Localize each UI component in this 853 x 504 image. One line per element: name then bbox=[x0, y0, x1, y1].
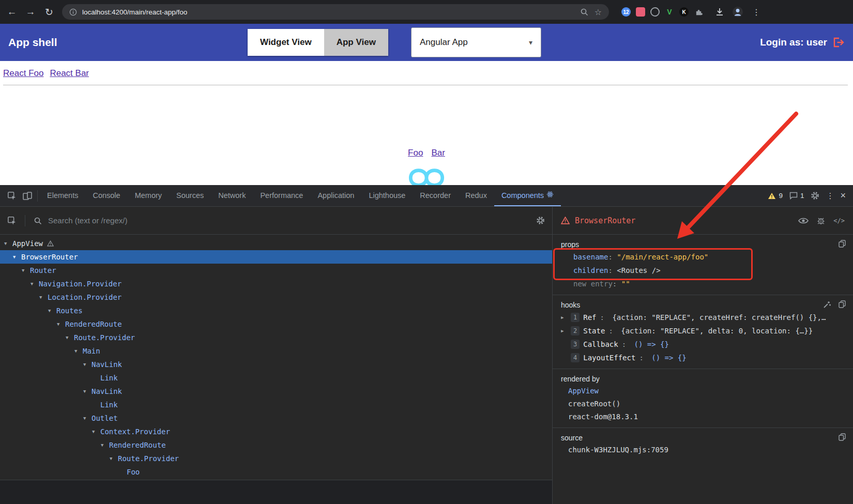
login-button[interactable]: Login as: user bbox=[760, 37, 845, 48]
hook-row-layouteffect[interactable]: 4LayoutEffect: () => {} bbox=[561, 351, 847, 364]
devtools-tab-application[interactable]: Application bbox=[310, 185, 361, 206]
v-extension-icon[interactable]: V bbox=[665, 7, 674, 17]
hook-row-ref[interactable]: ▶1Ref: {action: "REPLACE", createHref: c… bbox=[561, 311, 847, 324]
app-select-dropdown[interactable]: Angular App ▾ bbox=[411, 27, 541, 57]
puzzle-extension-icon[interactable] bbox=[694, 7, 703, 17]
tree-settings-gear-icon[interactable] bbox=[536, 216, 545, 225]
hook-value: () => {} bbox=[634, 340, 669, 348]
tree-row-navlink[interactable]: ▼NavLink bbox=[0, 358, 552, 371]
tree-row-outlet[interactable]: ▼Outlet bbox=[0, 411, 552, 425]
expand-arrow-icon[interactable]: ▼ bbox=[92, 429, 100, 434]
nav-link-react-foo[interactable]: React Foo bbox=[3, 68, 43, 79]
site-info-icon[interactable] bbox=[69, 8, 77, 16]
select-component-icon[interactable] bbox=[7, 216, 17, 225]
expand-arrow-icon[interactable]: ▼ bbox=[66, 335, 74, 340]
ring-extension-icon[interactable] bbox=[650, 7, 660, 17]
owner-link[interactable]: AppView bbox=[568, 387, 599, 395]
tree-row-route-provider[interactable]: ▼Route.Provider bbox=[0, 452, 552, 465]
expand-arrow-icon[interactable]: ▼ bbox=[4, 241, 12, 246]
tree-row-navigation-provider[interactable]: ▼Navigation.Provider bbox=[0, 277, 552, 291]
debug-bug-icon[interactable] bbox=[817, 217, 825, 225]
browser-menu-icon[interactable]: ⋮ bbox=[751, 7, 762, 17]
tree-row-router[interactable]: ▼Router bbox=[0, 264, 552, 277]
back-button[interactable]: ← bbox=[6, 6, 18, 18]
tree-row-foo[interactable]: Foo bbox=[0, 465, 552, 479]
devtools-tab-components[interactable]: Components bbox=[494, 185, 561, 206]
devtools-close-icon[interactable]: × bbox=[840, 190, 846, 201]
widget-view-button[interactable]: Widget View bbox=[248, 29, 324, 56]
suspense-eye-icon[interactable] bbox=[798, 217, 809, 224]
expand-arrow-icon[interactable]: ▼ bbox=[101, 442, 109, 448]
expand-arrow-icon[interactable]: ▼ bbox=[31, 281, 39, 286]
expand-arrow-icon[interactable]: ▶ bbox=[561, 328, 567, 333]
tree-row-routes[interactable]: ▼Routes bbox=[0, 304, 552, 317]
rendered-by-title: rendered by bbox=[561, 373, 847, 385]
nav-link-bar[interactable]: Bar bbox=[431, 148, 445, 158]
copy-props-icon[interactable] bbox=[839, 240, 846, 248]
copy-source-icon[interactable] bbox=[839, 433, 846, 441]
tree-row-route-provider[interactable]: ▼Route.Provider bbox=[0, 331, 552, 344]
tree-row-location-provider[interactable]: ▼Location.Provider bbox=[0, 291, 552, 304]
nav-link-react-bar[interactable]: React Bar bbox=[50, 68, 89, 79]
rendered-by-appview[interactable]: AppView bbox=[561, 385, 847, 398]
expand-arrow-icon[interactable]: ▼ bbox=[83, 389, 92, 394]
tree-row-navlink[interactable]: ▼NavLink bbox=[0, 385, 552, 398]
hook-value: () => {} bbox=[651, 354, 686, 362]
downloads-icon[interactable] bbox=[714, 7, 725, 17]
tree-row-appview[interactable]: ▼AppView bbox=[0, 237, 552, 250]
expand-arrow-icon[interactable]: ▼ bbox=[74, 348, 83, 354]
devtools-tab-memory[interactable]: Memory bbox=[128, 185, 169, 206]
components-search-input[interactable] bbox=[48, 216, 530, 225]
expand-arrow-icon[interactable]: ▼ bbox=[83, 362, 92, 367]
prop-row-basename[interactable]: basename: "/main/react-app/foo" bbox=[561, 250, 847, 264]
devtools-tab-sources[interactable]: Sources bbox=[169, 185, 211, 206]
expand-arrow-icon[interactable]: ▼ bbox=[39, 295, 48, 300]
devtools-tab-lighthouse[interactable]: Lighthouse bbox=[361, 185, 413, 206]
tree-row-renderedroute[interactable]: ▼RenderedRoute bbox=[0, 438, 552, 452]
tree-row-main[interactable]: ▼Main bbox=[0, 344, 552, 358]
expand-arrow-icon[interactable]: ▼ bbox=[83, 416, 92, 421]
tree-row-context-provider[interactable]: ▼Context.Provider bbox=[0, 425, 552, 438]
app-view-button[interactable]: App View bbox=[324, 29, 388, 56]
hook-row-callback[interactable]: 3Callback: () => {} bbox=[561, 338, 847, 351]
expand-arrow-icon[interactable]: ▼ bbox=[48, 308, 56, 313]
devtools-tab-console[interactable]: Console bbox=[85, 185, 127, 206]
tree-row-link[interactable]: Link bbox=[0, 371, 552, 385]
parse-hooks-wand-icon[interactable] bbox=[823, 300, 831, 309]
warnings-badge[interactable]: 9 bbox=[768, 192, 783, 200]
zoom-icon[interactable] bbox=[580, 8, 588, 16]
devtools-tab-elements[interactable]: Elements bbox=[40, 185, 85, 206]
prop-row-children[interactable]: children: <Routes /> bbox=[561, 264, 847, 277]
address-bar[interactable]: localhost:4200/main/react-app/foo ☆ bbox=[62, 4, 609, 20]
devtools-tab-performance[interactable]: Performance bbox=[253, 185, 310, 206]
expand-arrow-icon[interactable]: ▼ bbox=[13, 254, 21, 259]
forward-button[interactable]: → bbox=[25, 6, 36, 18]
devtools-menu-icon[interactable]: ⋮ bbox=[826, 191, 833, 201]
updates-badge-extension-icon[interactable]: 12 bbox=[621, 7, 631, 17]
hook-row-state[interactable]: ▶2State: {action: "REPLACE", delta: 0, l… bbox=[561, 324, 847, 338]
view-source-icon[interactable]: </> bbox=[833, 217, 845, 224]
device-toolbar-icon[interactable] bbox=[20, 192, 35, 200]
tab-label: Lighthouse bbox=[369, 185, 405, 206]
expand-arrow-icon[interactable]: ▶ bbox=[561, 315, 567, 320]
devtools-settings-icon[interactable] bbox=[811, 191, 819, 200]
devtools-tab-network[interactable]: Network bbox=[211, 185, 253, 206]
tree-row-browserrouter[interactable]: ▼BrowserRouter bbox=[0, 250, 552, 264]
bookmark-star-icon[interactable]: ☆ bbox=[595, 7, 602, 17]
expand-arrow-icon[interactable]: ▼ bbox=[22, 268, 30, 273]
inspect-element-icon[interactable] bbox=[4, 191, 20, 201]
tree-row-link[interactable]: Link bbox=[0, 398, 552, 411]
nav-link-foo[interactable]: Foo bbox=[408, 148, 423, 158]
reload-button[interactable]: ↻ bbox=[43, 6, 55, 18]
expand-arrow-icon[interactable]: ▼ bbox=[57, 322, 65, 327]
expand-arrow-icon[interactable]: ▼ bbox=[110, 456, 118, 461]
devtools-tab-recorder[interactable]: Recorder bbox=[413, 185, 458, 206]
tree-row-renderedroute[interactable]: ▼RenderedRoute bbox=[0, 317, 552, 331]
issues-badge[interactable]: 1 bbox=[789, 192, 804, 200]
profile-avatar[interactable] bbox=[732, 6, 743, 18]
copy-hooks-icon[interactable] bbox=[839, 300, 846, 309]
devtools-tab-redux[interactable]: Redux bbox=[458, 185, 494, 206]
k-extension-icon[interactable]: K bbox=[679, 7, 689, 17]
prop-new-entry-row[interactable]: new entry: "" bbox=[561, 277, 847, 291]
adblock-extension-icon[interactable] bbox=[636, 7, 645, 17]
